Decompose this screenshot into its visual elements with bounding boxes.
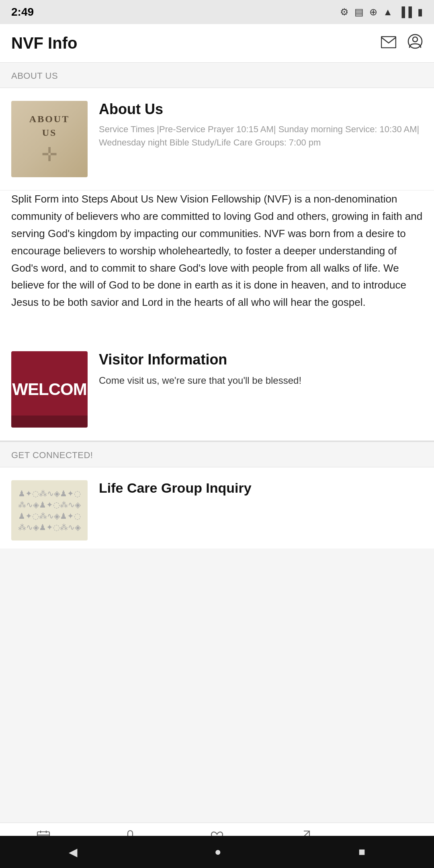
status-icons: ⚙ ▤ ⊕ ▲ ▐▐ ▮ [340,6,423,18]
about-us-card-inner: ABOUTUS ✛ About Us Service Times |Pre-Se… [11,101,423,177]
about-us-image[interactable]: ABOUTUS ✛ [11,101,88,177]
wifi-icon: ▲ [383,6,393,18]
life-care-dots: ♟︎✦◌⁂∿◈♟︎✦◌ ⁂∿◈♟︎✦◌⁂∿◈ ♟︎✦◌⁂∿◈♟︎✦◌ ⁂∿◈♟︎… [15,485,84,536]
get-connected-section-label: GET CONNECTED! [0,442,434,467]
visitor-info-card-inner: WELCOM Visitor Information Come visit us… [11,351,423,428]
visitor-info-body: Come visit us, we're sure that you'll be… [99,373,423,388]
svg-rect-0 [381,37,396,48]
user-icon[interactable] [407,34,423,53]
life-care-inner: ♟︎✦◌⁂∿◈♟︎✦◌ ⁂∿◈♟︎✦◌⁂∿◈ ♟︎✦◌⁂∿◈♟︎✦◌ ⁂∿◈♟︎… [11,480,423,540]
signal-icon: ▐▐ [398,6,412,18]
about-us-image-bg: ABOUTUS ✛ [11,101,88,177]
about-us-section-label: ABOUT US [0,63,434,88]
visitor-info-title: Visitor Information [99,351,423,368]
visitor-image-shadow [11,416,88,428]
about-us-card-content: About Us Service Times |Pre-Service Pray… [99,101,423,156]
vpn-icon: ⊕ [369,6,377,18]
visitor-info-content-area: WELCOM Visitor Information Come visit us… [0,326,434,441]
life-care-content: Life Care Group Inquiry [99,480,423,496]
sim-icon: ▤ [354,6,364,18]
about-us-card: ABOUTUS ✛ About Us Service Times |Pre-Se… [0,88,434,190]
life-care-image[interactable]: ♟︎✦◌⁂∿◈♟︎✦◌ ⁂∿◈♟︎✦◌⁂∿◈ ♟︎✦◌⁂∿◈♟︎✦◌ ⁂∿◈♟︎… [11,480,88,540]
main-content: ABOUT US ABOUTUS ✛ About Us Service Time… [0,63,434,637]
status-bar: 2:49 ⚙ ▤ ⊕ ▲ ▐▐ ▮ [0,0,434,24]
about-us-content-area: ABOUTUS ✛ About Us Service Times |Pre-Se… [0,88,434,326]
visitor-info-image[interactable]: WELCOM [11,351,88,428]
visitor-image-bg: WELCOM [11,351,88,428]
about-us-description: Split Form into Steps About Us New Visio… [0,190,434,326]
life-care-title: Life Care Group Inquiry [99,480,423,496]
battery-icon: ▮ [418,6,423,18]
visitor-image-text: WELCOM [12,380,86,399]
settings-icon: ⚙ [340,6,349,18]
mail-icon[interactable] [381,35,396,52]
app-title: NVF Info [11,34,77,52]
about-us-title: About Us [99,101,423,118]
app-header: NVF Info [0,24,434,63]
status-time: 2:49 [11,6,34,18]
visitor-info-card-content: Visitor Information Come visit us, we're… [99,351,423,388]
about-us-subtitle: Service Times |Pre-Service Prayer 10:15 … [99,123,423,149]
visitor-info-card: WELCOM Visitor Information Come visit us… [0,338,434,441]
header-actions [381,34,423,53]
life-care-card: ♟︎✦◌⁂∿◈♟︎✦◌ ⁂∿◈♟︎✦◌⁂∿◈ ♟︎✦◌⁂∿◈♟︎✦◌ ⁂∿◈♟︎… [0,467,434,549]
svg-point-2 [413,37,418,42]
